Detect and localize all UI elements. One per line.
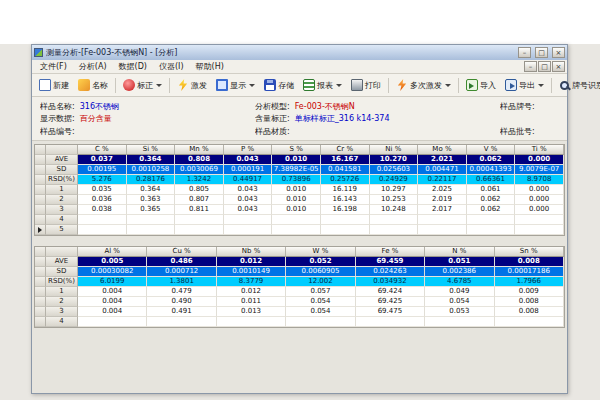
- grid-cell[interactable]: 0.000: [515, 195, 564, 205]
- column-header[interactable]: W %: [286, 247, 355, 257]
- dropdown-arrow-icon[interactable]: [538, 84, 544, 87]
- grid-cell[interactable]: [370, 215, 419, 225]
- row-label[interactable]: RSD(%): [46, 175, 78, 185]
- grid-cell[interactable]: 0.010: [272, 155, 321, 165]
- grid-cell[interactable]: 0.000: [515, 205, 564, 215]
- column-header[interactable]: Si %: [127, 145, 176, 155]
- column-header[interactable]: Mo %: [418, 145, 467, 155]
- grid-cell[interactable]: [515, 215, 564, 225]
- grid-cell[interactable]: 0.010: [272, 205, 321, 215]
- grid-cell[interactable]: 0.062: [467, 195, 516, 205]
- grid-cell[interactable]: 0.364: [127, 185, 176, 195]
- grid-cell[interactable]: 0.00017186: [495, 267, 564, 277]
- grid-cell[interactable]: 0.44917: [224, 175, 273, 185]
- grid-cell[interactable]: 0.00030082: [78, 267, 147, 277]
- grid-cell[interactable]: 0.22117: [418, 175, 467, 185]
- grid-cell[interactable]: 0.037: [78, 155, 127, 165]
- new-button[interactable]: 新建: [35, 77, 73, 93]
- grid-cell[interactable]: 0.005: [78, 257, 147, 267]
- column-header[interactable]: Al %: [78, 247, 147, 257]
- export-button[interactable]: 导出: [501, 77, 548, 93]
- row-label[interactable]: 4: [46, 317, 78, 327]
- grid-cell[interactable]: 0.28176: [127, 175, 176, 185]
- column-header[interactable]: Fe %: [356, 247, 425, 257]
- print-button[interactable]: 打印: [347, 77, 385, 93]
- grid-cell[interactable]: 6.0199: [78, 277, 147, 287]
- grid-cell[interactable]: 69.459: [356, 257, 425, 267]
- dropdown-arrow-icon[interactable]: [336, 84, 342, 87]
- row-label[interactable]: AVE: [46, 257, 78, 267]
- grid-cell[interactable]: 5.276: [78, 175, 127, 185]
- grid-cell[interactable]: 2.025: [418, 185, 467, 195]
- grid-cell[interactable]: 0.000712: [147, 267, 216, 277]
- grid-cell[interactable]: 0.811: [175, 205, 224, 215]
- grid-cell[interactable]: 0.036: [78, 195, 127, 205]
- row-label[interactable]: AVE: [46, 155, 78, 165]
- grid-cell[interactable]: 0.73896: [272, 175, 321, 185]
- grid-cell[interactable]: [147, 317, 216, 327]
- grid-cell[interactable]: [272, 215, 321, 225]
- column-header[interactable]: Nb %: [217, 247, 286, 257]
- grid-cell[interactable]: 0.038: [78, 205, 127, 215]
- grid-cell[interactable]: [495, 317, 564, 327]
- row-label[interactable]: 5: [46, 225, 78, 235]
- grid-cell[interactable]: 0.049: [425, 287, 494, 297]
- grid-cell[interactable]: 0.000191: [224, 165, 273, 175]
- grid-cell[interactable]: 0.043: [224, 205, 273, 215]
- grid-cell[interactable]: 0.008: [495, 297, 564, 307]
- grid-cell[interactable]: 16.143: [321, 195, 370, 205]
- grid-cell[interactable]: 0.043: [224, 195, 273, 205]
- multi-excite-button[interactable]: 多次激发: [392, 77, 455, 93]
- grid-cell[interactable]: 0.062: [467, 205, 516, 215]
- grid-cell[interactable]: 0.491: [147, 307, 216, 317]
- grid-cell[interactable]: [78, 225, 127, 235]
- grid-cell[interactable]: 0.004471: [418, 165, 467, 175]
- grid-cell[interactable]: 0.051: [425, 257, 494, 267]
- grid-cell[interactable]: 0.00195: [78, 165, 127, 175]
- titlebar[interactable]: 测量分析-[Fe-003-不锈钢N] - [分析] – □ ×: [32, 45, 567, 60]
- grid-cell[interactable]: 0.000: [515, 185, 564, 195]
- grid-cell[interactable]: 0.364: [127, 155, 176, 165]
- grid-cell[interactable]: 0.035: [78, 185, 127, 195]
- grid-cell[interactable]: 0.490: [147, 297, 216, 307]
- row-label[interactable]: 3: [46, 205, 78, 215]
- row-label[interactable]: 2: [46, 297, 78, 307]
- column-header[interactable]: Ti %: [515, 145, 564, 155]
- grid-cell[interactable]: 1.3801: [147, 277, 216, 287]
- row-label[interactable]: RSD(%): [46, 277, 78, 287]
- grid-cell[interactable]: 16.119: [321, 185, 370, 195]
- grid-cell[interactable]: 0.479: [147, 287, 216, 297]
- grid-cell[interactable]: [224, 215, 273, 225]
- grid-cell[interactable]: [78, 215, 127, 225]
- grid-cell[interactable]: 2.019: [418, 195, 467, 205]
- grid-cell[interactable]: 0.00041393: [467, 165, 516, 175]
- grid-cell[interactable]: [321, 215, 370, 225]
- grid-cell[interactable]: 12.002: [286, 277, 355, 287]
- grid-cell[interactable]: 0.025603: [370, 165, 419, 175]
- column-header[interactable]: Sn %: [495, 247, 564, 257]
- grid-cell[interactable]: 0.807: [175, 195, 224, 205]
- grid-cell[interactable]: 0.010: [272, 195, 321, 205]
- menu-item-help[interactable]: 帮助(H): [190, 61, 230, 72]
- maximize-button[interactable]: □: [535, 47, 548, 58]
- grid-cell[interactable]: 0.363: [127, 195, 176, 205]
- grid-cell[interactable]: [418, 215, 467, 225]
- menu-item-data[interactable]: 数据(D): [113, 61, 153, 72]
- close-button[interactable]: ×: [552, 47, 565, 58]
- grid-cell[interactable]: 0.054: [286, 307, 355, 317]
- menu-item-file[interactable]: 文件(F): [34, 61, 73, 72]
- grid-cell[interactable]: [467, 215, 516, 225]
- row-label[interactable]: 2: [46, 195, 78, 205]
- grid-cell[interactable]: 0.043: [224, 185, 273, 195]
- column-header[interactable]: Ni %: [370, 145, 419, 155]
- grid-cell[interactable]: [321, 225, 370, 235]
- menu-item-analysis[interactable]: 分析(A): [73, 61, 113, 72]
- grid-cell[interactable]: [418, 225, 467, 235]
- grid-cell[interactable]: 0.008: [495, 257, 564, 267]
- grid-cell[interactable]: [217, 317, 286, 327]
- grid-cell[interactable]: 0.054: [286, 297, 355, 307]
- grid-cell[interactable]: 9.0079E-07: [515, 165, 564, 175]
- grid-cell[interactable]: 0.009: [495, 287, 564, 297]
- grid-cell[interactable]: 2.017: [418, 205, 467, 215]
- grid-cell[interactable]: 0.008: [495, 307, 564, 317]
